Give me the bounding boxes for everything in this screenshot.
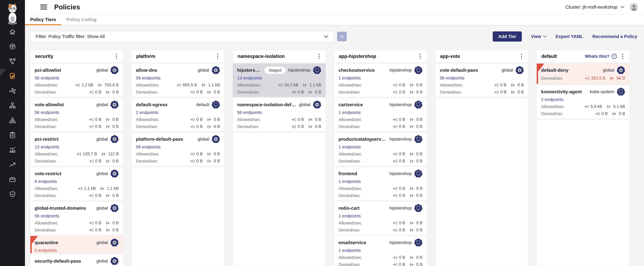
endpoints-link[interactable]: 1 endpoints: [338, 110, 361, 115]
outbound-value: 0 B: [410, 90, 422, 94]
tier-menu-icon[interactable]: [418, 53, 422, 60]
policy-card-default-egress[interactable]: default-egressdefaultns2 endpointsAllowe…: [132, 98, 224, 132]
endpoints-link[interactable]: 2 endpoints: [541, 97, 563, 102]
endpoints-link[interactable]: 6 endpoints: [35, 179, 57, 184]
tier-header: namespace-isolation: [233, 50, 326, 62]
endpoints-link[interactable]: 1 endpoints: [338, 179, 361, 184]
package-icon[interactable]: [9, 176, 16, 183]
menu-icon[interactable]: [40, 4, 47, 10]
endpoints-link[interactable]: 56 endpoints: [136, 76, 160, 80]
inbound-arrow-icon: [392, 221, 398, 225]
policy-card-redis-cart[interactable]: redis-carthipstershopns1 endpointsAllowe…: [334, 201, 427, 235]
svg-text:ns: ns: [215, 106, 216, 107]
stat-label: Allowed/sec: [338, 186, 362, 191]
global-scope-icon: [516, 66, 524, 74]
policy-card-vote-default-pass[interactable]: vote-default-passglobal56 endpointsAllow…: [435, 64, 528, 97]
outbound-value: 0 B: [511, 83, 524, 88]
tier-empty-area: [233, 132, 326, 266]
policy-name: checkoutservice: [338, 68, 375, 73]
policy-name: vote-default-pass: [440, 68, 478, 73]
inbound-value: 353.5 B: [584, 76, 605, 81]
recommend-policy-button[interactable]: Recommend a Policy: [592, 34, 637, 39]
tier-board: securitypci-allowlistglobal56 endpointsA…: [30, 50, 630, 266]
endpoints-link[interactable]: 13 endpoints: [237, 76, 262, 80]
add-tier-button[interactable]: Add Tier: [493, 32, 522, 42]
endpoints-link[interactable]: 1 endpoints: [338, 144, 361, 150]
tab-policy-listing[interactable]: Policy Listing: [61, 14, 102, 25]
view-button[interactable]: View: [531, 34, 546, 39]
policy-card-vote-allowlist[interactable]: vote-allowlistglobal56 endpointsAllowed/…: [30, 98, 123, 132]
policy-card-hipstershop-gh[interactable]: hipstershop-gh…Stagedhipstershopns13 end…: [233, 64, 326, 97]
policy-card-platform-default-pass[interactable]: platform-default-passglobal56 endpointsA…: [132, 132, 224, 166]
dashboard-icon[interactable]: [9, 43, 16, 50]
policy-card-namespace-isolation-default-p[interactable]: namespace-isolation-default-p…global56 e…: [233, 98, 326, 132]
policy-card-checkoutservice[interactable]: checkoutservicehipstershopns1 endpointsA…: [334, 64, 427, 97]
outbound-arrow-icon: [308, 90, 314, 94]
policy-card-pci-allowlist[interactable]: pci-allowlistglobal56 endpointsAllowed/s…: [30, 64, 123, 97]
policy-card-konnectivity-agent[interactable]: konnectivity-agentkube-systemns2 endpoin…: [536, 85, 630, 118]
global-scope-icon: [110, 257, 119, 265]
export-yaml-button[interactable]: Export YAML: [556, 34, 583, 39]
bar-chart-icon[interactable]: [9, 146, 16, 154]
outbound-value: 0 B: [207, 159, 220, 164]
calico-cat-logo: [4, 2, 20, 26]
endpoints-link[interactable]: 56 endpoints: [237, 110, 262, 115]
policy-card-allow-dns[interactable]: allow-dnsglobal56 endpointsAllowed/sec66…: [132, 64, 224, 97]
policy-name: pci-allowlist: [35, 68, 61, 73]
hierarchy-icon[interactable]: [9, 102, 16, 109]
tier-menu-icon[interactable]: [114, 53, 118, 60]
endpoints-link[interactable]: 1 endpoints: [338, 214, 361, 218]
endpoints-link[interactable]: 2 endpoints: [136, 110, 158, 115]
endpoints-link[interactable]: 1 endpoints: [338, 76, 361, 80]
endpoints-link[interactable]: 56 endpoints: [35, 76, 59, 80]
endpoints-link[interactable]: 56 endpoints: [440, 76, 464, 80]
policy-card-pci-restrict[interactable]: pci-restrictglobal13 endpointsAllowed/se…: [30, 132, 123, 166]
policies-icon[interactable]: [9, 72, 16, 80]
policy-card-frontend[interactable]: frontendhipstershopns1 endpointsAllowed/…: [334, 167, 427, 200]
nodes-icon[interactable]: [9, 117, 16, 124]
endpoints-link[interactable]: 13 endpoints: [35, 144, 59, 150]
whats-this-link[interactable]: Whats this??: [585, 54, 617, 59]
inbound-arrow-icon: [392, 256, 398, 260]
stat-row: Allowed/sec0 B0 B: [440, 82, 524, 88]
outbound-value: 0 B: [207, 117, 220, 122]
clear-filter-button[interactable]: ✕: [337, 32, 347, 41]
stat-label: Denied/sec: [35, 124, 56, 129]
policy-card-global-trusted-domains[interactable]: global-trusted-domainsglobal56 endpoints…: [30, 201, 123, 235]
shield-check-icon[interactable]: [9, 191, 16, 198]
network-icon[interactable]: [9, 87, 16, 94]
policy-card-vote-restrict[interactable]: vote-restrictglobal6 endpointsAllowed/se…: [30, 167, 123, 200]
clipboard-icon[interactable]: [9, 132, 16, 139]
tier-header: platform: [132, 50, 224, 62]
policy-card-emailservice[interactable]: emailservicehipstershopns1 endpointsAllo…: [334, 236, 427, 266]
tier-menu-icon[interactable]: [216, 53, 220, 60]
tier-menu-icon[interactable]: [317, 53, 321, 60]
cluster-selector[interactable]: Cluster: jlt-msft-workshop: [566, 4, 624, 10]
tier-menu-icon[interactable]: [621, 53, 625, 60]
inbound-value: 0 B: [89, 90, 102, 94]
policy-card-cartservice[interactable]: cartservicehipstershopns1 endpointsAllow…: [334, 98, 427, 132]
endpoints-link[interactable]: 56 endpoints: [136, 144, 160, 150]
policy-card-productcatalogservice[interactable]: productcatalogservicehipstershopns1 endp…: [334, 132, 427, 166]
tier-menu-icon[interactable]: [520, 53, 524, 60]
outbound-arrow-icon: [410, 159, 415, 163]
outbound-arrow-icon: [207, 152, 212, 156]
endpoints-link[interactable]: 0 endpoints: [35, 248, 57, 253]
svg-text:ns: ns: [418, 140, 419, 142]
endpoints-link[interactable]: 56 endpoints: [35, 110, 59, 115]
policy-card-default-deny[interactable]: default-denyglobalDenied/sec353.5 B96 B: [536, 64, 630, 84]
policy-traffic-filter-dropdown[interactable]: Filter: Policy Traffic filter: Show All: [30, 31, 334, 42]
inbound-value: 0 B: [392, 117, 405, 122]
endpoints-link[interactable]: 56 endpoints: [35, 214, 59, 218]
avatar[interactable]: [630, 3, 638, 11]
endpoints-link[interactable]: 1 endpoints: [338, 248, 361, 253]
outbound-arrow-icon: [410, 125, 415, 129]
policy-card-quarantine[interactable]: quarantineglobal0 endpoints: [30, 236, 123, 254]
home-icon[interactable]: [9, 28, 16, 36]
outbound-arrow-icon: [106, 125, 111, 129]
tab-policy-tiers[interactable]: Policy Tiers: [25, 14, 61, 25]
policy-card-security-default-pass[interactable]: security-default-passglobal: [30, 254, 123, 266]
tier-column-app-vote: app-votevote-default-passglobal56 endpoi…: [435, 50, 528, 266]
trend-icon[interactable]: [9, 161, 16, 168]
service-graph-icon[interactable]: [9, 58, 16, 65]
